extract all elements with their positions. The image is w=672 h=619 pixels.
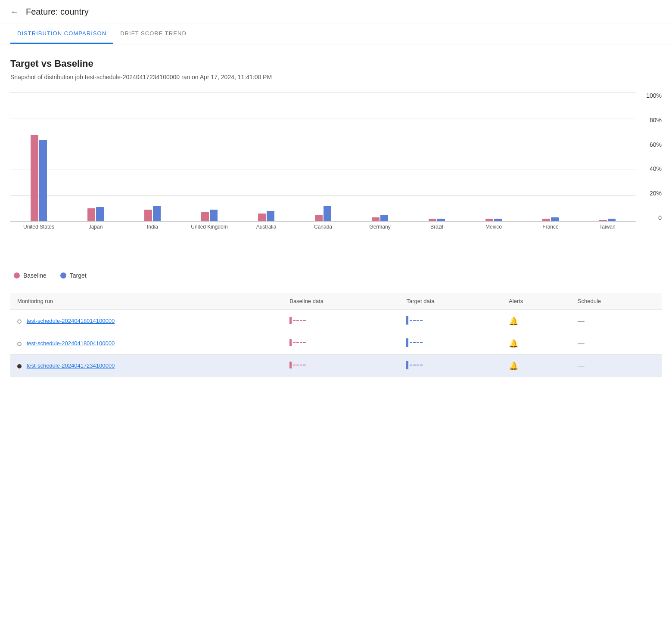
bar-uk-baseline bbox=[201, 212, 209, 221]
y-label-0: 0 bbox=[658, 214, 662, 221]
bar-group-ca bbox=[295, 92, 352, 221]
x-label-br: Brazil bbox=[408, 224, 465, 231]
mini-dash-target3 bbox=[410, 365, 423, 365]
row3-run-link[interactable]: test-schedule-20240417234100000 bbox=[27, 362, 115, 369]
table-body: test-schedule-20240418014100000 🔔 bbox=[10, 310, 662, 377]
bar-tw-baseline bbox=[599, 220, 607, 221]
mini-bar-target3 bbox=[406, 361, 408, 369]
legend-target-label: Target bbox=[70, 272, 87, 279]
bar-us-baseline bbox=[31, 135, 38, 221]
bar-group-de bbox=[352, 92, 408, 221]
bar-group-in bbox=[124, 92, 181, 221]
mini-dash-target bbox=[410, 320, 423, 321]
row1-run-cell: test-schedule-20240418014100000 bbox=[10, 310, 283, 332]
col-alerts: Alerts bbox=[502, 293, 571, 310]
bar-group-br bbox=[408, 92, 465, 221]
tab-distribution[interactable]: DISTRIBUTION COMPARISON bbox=[10, 24, 113, 44]
y-axis-labels: 100% 80% 60% 40% 20% 0 bbox=[638, 92, 662, 221]
x-label-mx: Mexico bbox=[465, 224, 522, 231]
x-label-fr: France bbox=[522, 224, 579, 231]
x-label-tw: Taiwan bbox=[579, 224, 636, 231]
row2-run-cell: test-schedule-20240418004100000 bbox=[10, 332, 283, 355]
row3-alerts-cell: 🔔 bbox=[502, 355, 571, 377]
row2-schedule-dash: — bbox=[578, 340, 585, 347]
col-schedule: Schedule bbox=[571, 293, 662, 310]
page-title: Feature: country bbox=[26, 7, 89, 17]
table-header: Monitoring run Baseline data Target data… bbox=[10, 293, 662, 310]
mini-bar-target2 bbox=[406, 338, 408, 347]
bar-tw-target bbox=[608, 219, 616, 221]
chart-plot-area: United States Japan India United Kingdom… bbox=[10, 92, 636, 221]
legend-baseline-dot bbox=[14, 272, 20, 279]
tab-drift[interactable]: DRIFT SCORE TREND bbox=[113, 24, 193, 44]
grid-line-0 bbox=[10, 221, 636, 222]
row2-status-dot bbox=[17, 342, 22, 346]
row3-alert-icon: 🔔 bbox=[509, 362, 518, 370]
y-label-100: 100% bbox=[646, 92, 662, 99]
x-label-in: India bbox=[124, 224, 181, 231]
row1-baseline-cell bbox=[283, 310, 399, 332]
col-target-data: Target data bbox=[399, 293, 502, 310]
bar-fr-target bbox=[551, 217, 559, 221]
row3-run-cell: test-schedule-20240417234100000 bbox=[10, 355, 283, 377]
row3-baseline-cell bbox=[283, 355, 399, 377]
mini-bar-baseline2 bbox=[289, 339, 292, 346]
row2-alert-icon: 🔔 bbox=[509, 339, 518, 348]
mini-bar-target bbox=[406, 316, 408, 325]
bar-jp-target bbox=[96, 207, 104, 221]
bar-in-baseline bbox=[144, 210, 152, 221]
x-label-ca: Canada bbox=[295, 224, 352, 231]
row3-schedule-dash: — bbox=[578, 362, 585, 369]
row2-baseline-cell bbox=[283, 332, 399, 355]
row1-schedule-dash: — bbox=[578, 317, 585, 325]
mini-bar-baseline bbox=[289, 317, 292, 324]
back-button[interactable]: ← bbox=[10, 7, 19, 17]
bar-mx-baseline bbox=[485, 219, 493, 221]
bar-de-target bbox=[380, 215, 388, 221]
row2-run-link[interactable]: test-schedule-20240418004100000 bbox=[27, 340, 115, 347]
row1-status-dot bbox=[17, 319, 22, 324]
bar-jp-baseline bbox=[87, 208, 95, 221]
bar-chart: United States Japan India United Kingdom… bbox=[10, 92, 662, 251]
bar-au-target bbox=[267, 211, 274, 221]
row1-alert-icon: 🔔 bbox=[509, 317, 518, 325]
table-row: test-schedule-20240418014100000 🔔 bbox=[10, 310, 662, 332]
table-row: test-schedule-20240418004100000 🔔 bbox=[10, 332, 662, 355]
x-label-uk: United Kingdom bbox=[181, 224, 238, 231]
mini-bar-baseline3 bbox=[289, 362, 292, 368]
row1-baseline-mini bbox=[289, 317, 306, 324]
main-content: Target vs Baseline Snapshot of distribut… bbox=[0, 44, 672, 391]
bar-group-tw bbox=[579, 92, 636, 221]
bar-uk-target bbox=[210, 210, 218, 221]
bar-group-mx bbox=[465, 92, 522, 221]
x-axis-labels: United States Japan India United Kingdom… bbox=[10, 224, 636, 231]
bar-ca-baseline bbox=[315, 215, 323, 221]
page-header: ← Feature: country bbox=[0, 0, 672, 24]
bar-ca-target bbox=[324, 206, 331, 221]
row1-target-mini bbox=[406, 316, 423, 325]
x-label-de: Germany bbox=[352, 224, 408, 231]
mini-dash-target2 bbox=[410, 342, 423, 343]
row1-alerts-cell: 🔔 bbox=[502, 310, 571, 332]
row1-run-link[interactable]: test-schedule-20240418014100000 bbox=[27, 318, 115, 324]
y-label-60: 60% bbox=[650, 141, 662, 148]
table-row: test-schedule-20240417234100000 🔔 bbox=[10, 355, 662, 377]
x-label-jp: Japan bbox=[67, 224, 124, 231]
bar-br-baseline bbox=[429, 219, 436, 221]
bar-group-us bbox=[10, 92, 67, 221]
legend-baseline: Baseline bbox=[14, 272, 47, 279]
row1-schedule-cell: — bbox=[571, 310, 662, 332]
row1-target-cell bbox=[399, 310, 502, 332]
row3-target-mini bbox=[406, 361, 423, 369]
row3-baseline-mini bbox=[289, 362, 306, 368]
row2-target-mini bbox=[406, 338, 423, 347]
bar-group-fr bbox=[522, 92, 579, 221]
legend-baseline-label: Baseline bbox=[23, 272, 47, 279]
mini-dash-baseline bbox=[293, 320, 306, 321]
bar-group-au bbox=[238, 92, 295, 221]
y-label-20: 20% bbox=[650, 190, 662, 197]
bar-au-baseline bbox=[258, 214, 266, 221]
legend-target-dot bbox=[60, 272, 66, 279]
bar-group-jp bbox=[67, 92, 124, 221]
x-label-us: United States bbox=[10, 224, 67, 231]
